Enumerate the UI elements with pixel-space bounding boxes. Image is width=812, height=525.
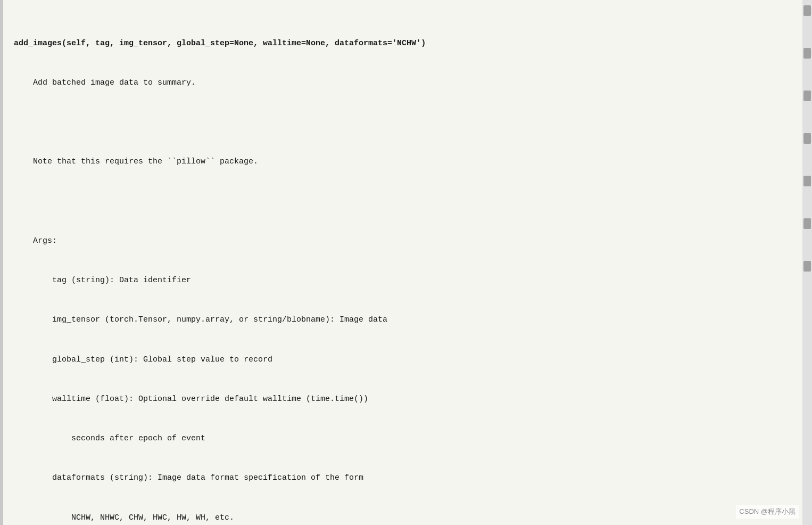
page-container: add_images(self, tag, img_tensor, global… (0, 0, 812, 525)
scrollbar-thumb-1[interactable] (803, 5, 811, 16)
documentation-block: add_images(self, tag, img_tensor, global… (14, 11, 792, 525)
scrollbar-thumb-2[interactable] (803, 48, 811, 59)
arg-global-step: global_step (int): Global step value to … (14, 354, 792, 367)
right-scrollbar[interactable] (802, 0, 812, 525)
scrollbar-thumb-4[interactable] (803, 133, 811, 144)
scrollbar-thumb-3[interactable] (803, 91, 811, 101)
empty-line-2 (14, 195, 792, 209)
watermark: CSDN @程序小黑 (736, 505, 799, 519)
scrollbar-thumb-5[interactable] (803, 176, 811, 186)
arg-walltime: walltime (float): Optional override defa… (14, 393, 792, 406)
arg-img-tensor: img_tensor (torch.Tensor, numpy.array, o… (14, 314, 792, 327)
arg-walltime-cont: seconds after epoch of event (14, 432, 792, 446)
arg-dataformats: dataformats (string): Image data format … (14, 472, 792, 485)
empty-line-1 (14, 116, 792, 129)
function-name: add_images(self, tag, img_tensor, global… (14, 39, 426, 48)
scrollbar-thumb-6[interactable] (803, 218, 811, 229)
note-line: Note that this requires the ``pillow`` p… (14, 155, 792, 169)
content-area: add_images(self, tag, img_tensor, global… (3, 0, 802, 525)
function-signature-line: add_images(self, tag, img_tensor, global… (14, 37, 792, 51)
scrollbar-thumb-7[interactable] (803, 261, 811, 272)
arg-dataformats-cont: NCHW, NHWC, CHW, HWC, HW, WH, etc. (14, 512, 792, 525)
summary-line: Add batched image data to summary. (14, 77, 792, 90)
arg-tag: tag (string): Data identifier (14, 274, 792, 288)
args-label: Args: (14, 235, 792, 248)
